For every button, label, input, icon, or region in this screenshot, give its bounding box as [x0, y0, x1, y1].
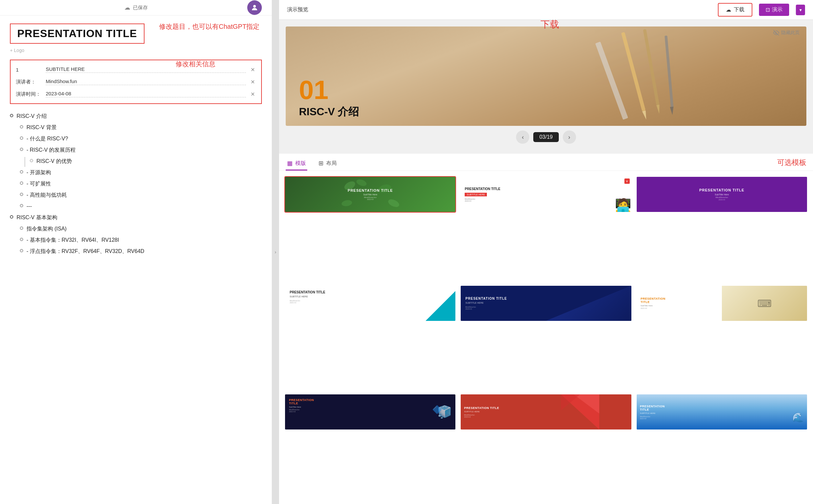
user-avatar[interactable] [247, 0, 262, 15]
info-row-date: 演讲时间： 2023-04-08 ✕ [11, 88, 261, 100]
slide-navigation: ‹ 03/19 › [286, 126, 806, 147]
subtitle-value[interactable]: SUBTITLE HERE [46, 66, 246, 73]
svg-rect-1 [621, 32, 646, 111]
left-panel: ☁ 已保存 PRESENTATION TITLE + Logo 修改题目，也可以… [0, 0, 272, 504]
item-text: - 开源架构 [26, 169, 51, 176]
list-item[interactable]: - 高性能与低功耗 [10, 189, 262, 201]
list-item[interactable]: RISC-V 介绍 [10, 111, 262, 122]
bullet-icon [20, 125, 23, 128]
template-tabs: ▦ 模版 ⊞ 布局 可选模板 [279, 154, 813, 171]
page-indicator: 03/19 [533, 132, 558, 142]
bullet-icon [30, 159, 33, 162]
date-close-icon[interactable]: ✕ [249, 91, 256, 97]
list-item[interactable]: - RISC-V 的发展历程 [10, 144, 262, 156]
bullet-icon [10, 215, 13, 219]
present-dropdown-button[interactable]: ▾ [796, 5, 805, 15]
prev-slide-button[interactable]: ‹ [516, 130, 529, 144]
bullet-icon [20, 170, 23, 174]
preview-label: 演示预览 [287, 6, 308, 13]
cloud-save-area: ☁ 已保存 [124, 4, 148, 11]
presentation-title-box[interactable]: PRESENTATION TITLE [10, 24, 144, 44]
present-button[interactable]: ⊡ 演示 [759, 4, 789, 16]
level3-group: RISC-V 的优势 [10, 156, 262, 167]
hide-page-button[interactable]: 隐藏此页 [773, 30, 800, 36]
template-card-1[interactable]: PRESENTATION TITLE SubTitle Here MindSho… [284, 176, 456, 213]
bullet-icon [10, 114, 13, 117]
bullet-icon [20, 193, 23, 196]
item-text: - 什么是 RISC-V? [26, 135, 68, 143]
download-button[interactable]: ☁ 下载 [718, 3, 752, 17]
tab-template[interactable]: ▦ 模版 [286, 157, 307, 171]
annotation-title: 修改题目，也可以有ChatGPT指定 [159, 22, 260, 31]
list-item[interactable]: --- [10, 201, 262, 212]
item-text: RISC-V 介绍 [17, 112, 47, 120]
layout-tab-icon: ⊞ [319, 160, 324, 167]
annotation-info: 修改相关信息 [176, 60, 216, 69]
item-text: - 浮点指令集：RV32F、RV64F、RV32D、RV64D [26, 247, 144, 255]
item-text: - 基本指令集：RV32I、RV64I、RV128I [26, 236, 119, 244]
list-item[interactable]: - 浮点指令集：RV32F、RV64F、RV32D、RV64D [10, 246, 262, 257]
svg-rect-7 [595, 42, 628, 120]
outline-area: RISC-V 介绍 RISC-V 背景 - 什么是 RISC-V? - RISC… [0, 104, 272, 504]
info-row-presenter: 演讲者： MindShow.fun ✕ [11, 76, 261, 88]
template-card-3[interactable]: PRESENTATION TITLE SubTitle Here MindSho… [636, 176, 808, 213]
template-annotation: 可选模板 [777, 158, 806, 170]
list-item[interactable]: RISC-V 背景 [10, 122, 262, 133]
item-text: - 高性能与低功耗 [26, 191, 67, 199]
template-tab-label: 模版 [295, 160, 306, 167]
hide-page-label: 隐藏此页 [781, 30, 800, 36]
subtitle-label: 1 [16, 67, 46, 73]
template-section: ▦ 模版 ⊞ 布局 可选模板 [279, 154, 813, 504]
subtitle-close-icon[interactable]: ✕ [249, 66, 256, 73]
info-row-subtitle: 1 SUBTITLE HERE ✕ [11, 64, 261, 76]
template-card-9[interactable]: 🌊 PRESENTATION TITLE SUBTITLE HERE MindS… [636, 394, 808, 430]
svg-point-13 [341, 199, 352, 207]
item-text: RISC-V 背景 [26, 124, 57, 131]
list-item[interactable]: RISC-V 的优势 [30, 156, 72, 167]
collapse-panel-button[interactable]: › [272, 0, 279, 504]
presenter-close-icon[interactable]: ✕ [249, 78, 256, 85]
download-cloud-icon: ☁ [726, 7, 731, 13]
template-card-4[interactable]: PRESENTATION TITLE SUBTITLE HERE MindSho… [284, 285, 456, 322]
item-text: - 可扩展性 [26, 180, 51, 188]
preview-area: 01 RISC-V 介绍 隐藏此页 ‹ 03/19 › [279, 20, 813, 154]
info-box: 1 SUBTITLE HERE ✕ 演讲者： MindShow.fun ✕ 演讲… [10, 60, 262, 104]
item-text: --- [26, 202, 32, 210]
title-area: PRESENTATION TITLE + Logo 修改题目，也可以有ChatG… [0, 16, 272, 56]
list-item[interactable]: - 基本指令集：RV32I、RV64I、RV128I [10, 234, 262, 246]
bullet-icon [20, 238, 23, 241]
date-value[interactable]: 2023-04-08 [46, 91, 246, 97]
bullet-icon [20, 181, 23, 185]
template-card-2[interactable]: PRESENTATION TITLE SUBTITLE HERE MindSho… [460, 176, 632, 213]
bullet-icon [20, 148, 23, 151]
layout-tab-label: 布局 [326, 160, 337, 167]
next-slide-button[interactable]: › [563, 130, 576, 144]
present-icon: ⊡ [766, 7, 770, 13]
template-card-6[interactable]: PRESENTATION TITLE SubTitle Here 2023.4.… [636, 285, 808, 322]
right-header: 演示预览 ☁ 下载 ⊡ 演示 ▾ 下载 [279, 0, 813, 20]
template-card-5[interactable]: PRESENTATION TITLE SUBTITLE HERE MindSho… [460, 285, 632, 322]
template-card-8[interactable]: PRESENTATION TITLE SUBTITLE HERE MindSho… [460, 394, 632, 430]
list-item[interactable]: RISC-V 基本架构 [10, 212, 262, 223]
presenter-label: 演讲者： [16, 79, 46, 85]
cloud-icon: ☁ [124, 4, 130, 11]
list-item[interactable]: - 可扩展性 [10, 178, 262, 189]
svg-point-0 [253, 5, 256, 8]
list-item[interactable]: - 开源架构 [10, 167, 262, 178]
svg-marker-6 [670, 107, 674, 115]
slide-title: RISC-V 介绍 [299, 105, 359, 119]
download-btn-label: 下载 [734, 6, 744, 13]
svg-rect-3 [643, 29, 660, 105]
template-card-7[interactable]: 🧊 🔷 PRESENTATION TITLE SubTitle Here Min… [284, 394, 456, 430]
logo-add-button[interactable]: + Logo [10, 48, 262, 53]
list-item[interactable]: 指令集架构 (ISA) [10, 223, 262, 234]
bullet-icon [20, 204, 23, 207]
tab-layout[interactable]: ⊞ 布局 [317, 157, 338, 171]
item-text: - RISC-V 的发展历程 [26, 146, 76, 154]
slide-container: 01 RISC-V 介绍 隐藏此页 [286, 26, 806, 126]
template-tab-icon: ▦ [287, 160, 293, 167]
list-item[interactable]: - 什么是 RISC-V? [10, 133, 262, 144]
save-status-label: 已保存 [133, 5, 148, 11]
item-text: RISC-V 基本架构 [17, 214, 57, 222]
presenter-value[interactable]: MindShow.fun [46, 78, 246, 85]
